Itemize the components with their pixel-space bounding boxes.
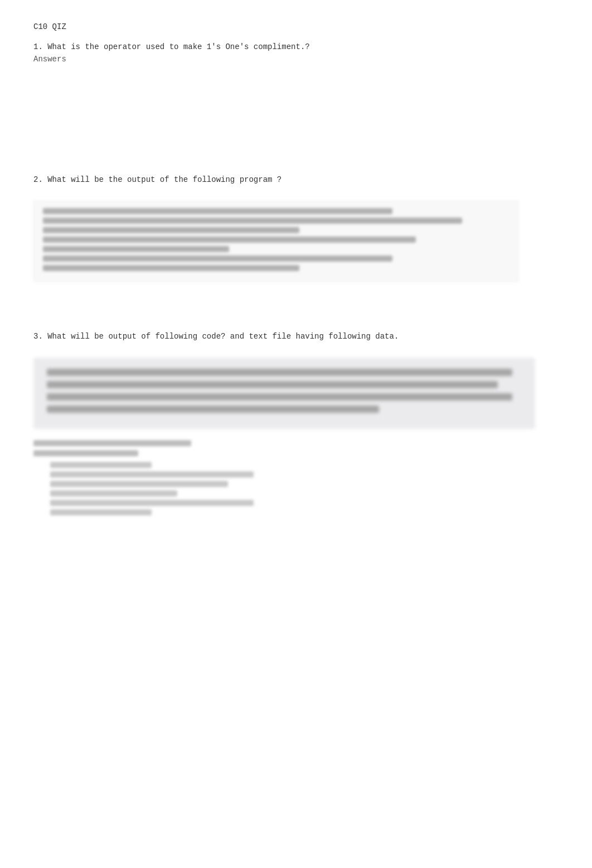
question-1-answer-label: Answers — [33, 55, 559, 64]
question-2-block: 2. What will be the output of the follow… — [33, 175, 559, 184]
question-2-code — [33, 201, 518, 282]
question-3-content — [33, 358, 559, 515]
question-2-text: 2. What will be the output of the follow… — [33, 175, 559, 184]
question-1-text: 1. What is the operator used to make 1's… — [33, 42, 559, 51]
question-1-block: 1. What is the operator used to make 1's… — [33, 42, 559, 64]
question-3-block: 3. What will be output of following code… — [33, 332, 559, 341]
question-3-text: 3. What will be output of following code… — [33, 332, 559, 341]
page-title: C10 QIZ — [33, 22, 559, 31]
